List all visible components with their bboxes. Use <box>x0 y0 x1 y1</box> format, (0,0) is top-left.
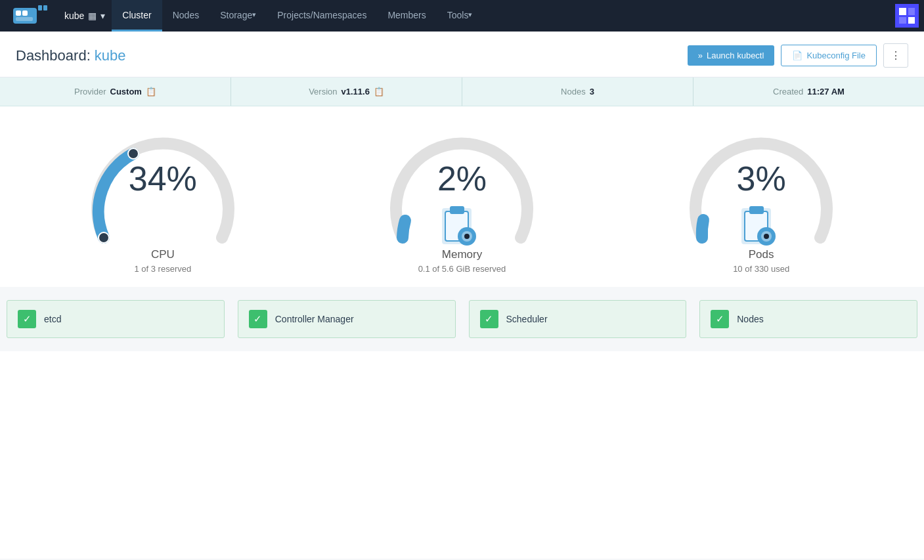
chevron-down-icon: ▾ <box>100 11 105 21</box>
status-section: ✓ etcd ✓ Controller Manager ✓ Scheduler … <box>0 287 924 351</box>
svg-point-13 <box>464 234 470 239</box>
controller-manager-check-icon: ✓ <box>249 310 267 328</box>
nav-right <box>895 4 919 28</box>
gauges-section: 34% CPU 1 of 3 reserved 2% <box>0 106 924 287</box>
created-info: Created 11:27 AM <box>693 77 924 106</box>
main-content: 34% CPU 1 of 3 reserved 2% <box>0 106 924 559</box>
scheduler-check-icon: ✓ <box>480 310 498 328</box>
nav-item-members[interactable]: Members <box>377 0 436 32</box>
provider-label: Provider <box>74 87 106 97</box>
provider-info: Provider Custom 📋 <box>0 77 231 106</box>
version-label: Version <box>309 87 337 97</box>
cpu-gauge-wrapper: 34% <box>84 126 242 244</box>
cluster-name-label: kube <box>64 11 84 21</box>
status-card-controller-manager: ✓ Controller Manager <box>238 300 456 338</box>
svg-point-7 <box>128 148 139 159</box>
svg-rect-5 <box>43 5 47 11</box>
copy-version-icon[interactable]: 📋 <box>374 87 384 97</box>
nav-item-tools[interactable]: Tools <box>437 0 483 32</box>
svg-rect-2 <box>22 11 28 16</box>
nav-item-cluster[interactable]: Cluster <box>112 0 162 32</box>
version-info: Version v1.11.6 📋 <box>231 77 462 106</box>
status-card-etcd: ✓ etcd <box>7 300 225 338</box>
cluster-title-value: kube <box>95 47 126 64</box>
nav-items: Cluster Nodes Storage Projects/Namespace… <box>112 0 895 32</box>
cpu-subtitle: 1 of 3 reserved <box>134 264 191 274</box>
etcd-label: etcd <box>44 314 61 324</box>
nodes-value: 3 <box>590 87 594 97</box>
version-value: v1.11.6 <box>341 87 370 97</box>
memory-percent: 2% <box>437 162 487 196</box>
cpu-gauge-container: 34% CPU 1 of 3 reserved <box>64 126 261 274</box>
svg-point-19 <box>764 234 769 239</box>
controller-manager-label: Controller Manager <box>275 314 354 324</box>
status-card-nodes: ✓ Nodes <box>699 300 917 338</box>
cpu-gauge-center: 34% <box>129 162 197 196</box>
svg-rect-4 <box>38 5 42 11</box>
svg-rect-1 <box>16 11 21 16</box>
page-header: Dashboard: kube » Launch kubectl 📄 Kubec… <box>0 32 924 77</box>
nodes-label: Nodes <box>561 87 586 97</box>
scheduler-label: Scheduler <box>506 314 548 324</box>
provider-value: Custom <box>110 87 142 97</box>
memory-gauge-center: 2% <box>437 162 487 196</box>
info-bar: Provider Custom 📋 Version v1.11.6 📋 Node… <box>0 77 924 106</box>
nav-item-projects[interactable]: Projects/Namespaces <box>267 0 377 32</box>
cpu-percent: 34% <box>129 162 197 196</box>
kubeconfig-button[interactable]: 📄 Kubeconfig File <box>781 45 877 66</box>
memory-subtitle: 0.1 of 5.6 GiB reserved <box>418 264 506 274</box>
brand-logo-icon <box>13 4 47 28</box>
nodes-info: Nodes 3 <box>462 77 693 106</box>
brand-logo-area <box>5 1 55 30</box>
nav-item-storage[interactable]: Storage <box>209 0 267 32</box>
nav-item-nodes[interactable]: Nodes <box>162 0 209 32</box>
pods-percent: 3% <box>737 162 786 196</box>
svg-point-6 <box>99 232 109 243</box>
copy-provider-icon[interactable]: 📋 <box>146 87 156 97</box>
launch-kubectl-button[interactable]: » Launch kubectl <box>688 45 775 66</box>
navbar: kube ▦ ▾ Cluster Nodes Storage Projects/… <box>0 0 924 32</box>
user-avatar[interactable] <box>895 4 919 28</box>
created-value: 11:27 AM <box>807 87 845 97</box>
svg-rect-3 <box>16 17 33 21</box>
memory-gauge-container: 2% Memory 0.1 of 5.6 GiB reserved <box>363 126 560 274</box>
status-card-scheduler: ✓ Scheduler <box>469 300 687 338</box>
more-options-button[interactable]: ⋮ <box>883 43 908 68</box>
etcd-check-icon: ✓ <box>18 310 36 328</box>
page-title: Dashboard: kube <box>16 47 126 64</box>
created-label: Created <box>773 87 803 97</box>
terminal-icon: » <box>698 51 703 60</box>
header-actions: » Launch kubectl 📄 Kubeconfig File ⋮ <box>688 43 908 68</box>
cluster-selector[interactable]: kube ▦ ▾ <box>58 7 112 25</box>
svg-rect-10 <box>450 206 464 214</box>
memory-indicator-icon <box>435 205 481 251</box>
pods-indicator-icon <box>735 205 781 251</box>
kubeconfig-label: Kubeconfig File <box>806 51 866 60</box>
nodes-check-icon: ✓ <box>711 310 729 328</box>
pods-subtitle: 10 of 330 used <box>733 264 789 274</box>
svg-rect-16 <box>749 206 764 214</box>
file-icon: 📄 <box>792 51 803 60</box>
pods-gauge-container: 3% Pods 10 of 330 used <box>663 126 860 274</box>
launch-kubectl-label: Launch kubectl <box>707 51 764 60</box>
pods-gauge-wrapper: 3% <box>682 126 840 244</box>
nodes-status-label: Nodes <box>737 314 763 324</box>
memory-gauge-wrapper: 2% <box>383 126 540 244</box>
pods-gauge-center: 3% <box>737 162 786 196</box>
more-icon: ⋮ <box>891 50 901 61</box>
server-icon: ▦ <box>88 11 97 21</box>
